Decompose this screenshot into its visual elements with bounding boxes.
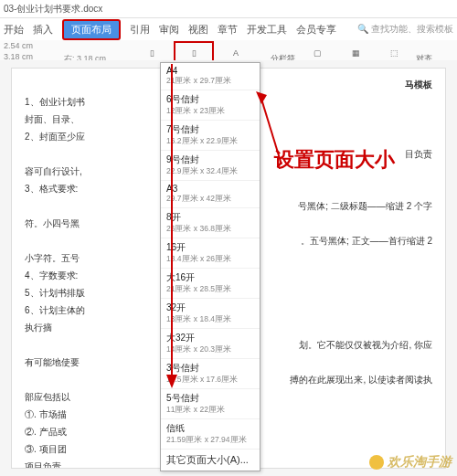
filename: 03-创业计划书要求.docx [4, 3, 102, 16]
svg-marker-3 [256, 91, 267, 104]
size-option[interactable]: 5号信封11厘米 x 22厘米 [161, 389, 260, 419]
svg-marker-1 [166, 375, 177, 388]
tab-section[interactable]: 章节 [218, 23, 238, 37]
tab-dev[interactable]: 开发工具 [247, 23, 287, 37]
page-size-icon: ▯ [186, 45, 202, 61]
grid-icon: ▦ [347, 45, 364, 61]
search-icon: 🔍 [357, 24, 368, 34]
tab-review[interactable]: 审阅 [159, 23, 179, 37]
ruler-info: 2.54 cm 3.18 cm [4, 40, 33, 62]
tab-start[interactable]: 开始 [4, 23, 24, 37]
page-icon: ▯ [143, 45, 160, 61]
search-box[interactable]: 🔍 查找功能、搜索模板 [357, 23, 453, 36]
tab-bar: 开始 插入 页面布局 引用 审阅 视图 章节 开发工具 会员专享 🔍 查找功能、… [0, 18, 457, 40]
tab-layout[interactable]: 页面布局 [62, 19, 121, 40]
wrap-icon: ⬚ [386, 45, 402, 61]
size-option[interactable]: 信纸21.59厘米 x 27.94厘米 [161, 419, 260, 450]
tab-insert[interactable]: 插入 [33, 23, 53, 37]
search-placeholder: 查找功能、搜索模板 [371, 24, 453, 34]
annotation-arrow [163, 64, 181, 393]
tab-view[interactable]: 视图 [188, 23, 208, 37]
tab-ref[interactable]: 引用 [130, 23, 150, 37]
watermark: 欢乐淘手游 [369, 454, 452, 471]
size-other[interactable]: 其它页面大小(A)... [161, 450, 260, 471]
tab-member[interactable]: 会员专享 [296, 23, 336, 37]
border-icon: ▢ [309, 45, 325, 61]
text-dir-icon: A [228, 45, 244, 61]
annotation-text: 设置页面大小 [274, 146, 395, 174]
